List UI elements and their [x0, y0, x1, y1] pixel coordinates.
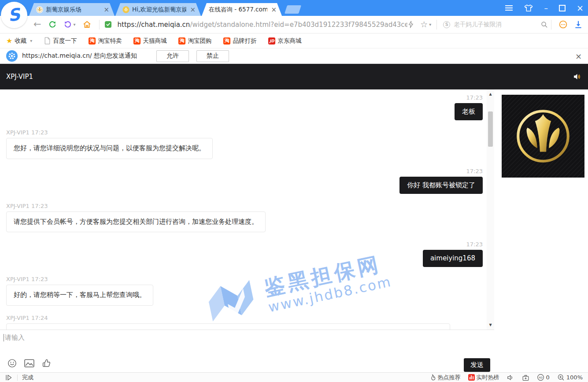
notification-bar: https://chat.meiqia.cn/ 想向您发送通知 允许 禁止 ×: [0, 48, 588, 64]
message-meta: XPJ-VIP1 17:23: [6, 276, 494, 282]
bookmark-taobao-sale[interactable]: 淘 淘宝特卖: [89, 37, 122, 45]
message-input[interactable]: 请输入: [4, 334, 25, 342]
bookmark-label: 淘宝特卖: [98, 37, 122, 45]
tab-welcome[interactable]: Hi,欢迎光临新葡京娱樂... ×: [115, 3, 201, 16]
thumbs-up-icon[interactable]: [41, 358, 52, 368]
zoom-control[interactable]: 100%: [557, 374, 583, 381]
message-group: 17:23 aimeiying168: [0, 241, 494, 267]
url-path: /widget/standalone.html?eid=e7b403d19122…: [190, 21, 407, 29]
window-controls: – ×: [505, 0, 584, 16]
new-tab-button[interactable]: [285, 5, 301, 14]
bookmark-label: 天猫商城: [143, 37, 166, 45]
ad-block-icon: AD: [537, 374, 544, 381]
bookmark-baidu[interactable]: 百度一下: [44, 37, 77, 45]
sogou-search-icon: S: [443, 21, 450, 28]
agent-bubble: 请您提供下会员帐号，方便客服为您提交相关部门进行咨询，加速您业务处理速度。: [6, 211, 266, 232]
message-list: 17:23 老板 XPJ-VIP1 17:23 您好，请您详细说明您的状况与问题…: [0, 94, 494, 330]
bookmark-brand-discount[interactable]: 淘 品牌打折: [223, 37, 256, 45]
scrollbar-thumb[interactable]: [488, 111, 493, 147]
tab-title: 在线咨询 - 6577.com: [209, 6, 267, 14]
chat-scrollbar[interactable]: ▲ ▼: [487, 89, 494, 330]
emoji-icon[interactable]: [7, 358, 17, 368]
send-button[interactable]: 发送: [464, 358, 490, 372]
security-shield-icon[interactable]: [104, 20, 112, 29]
tab-online-chat-active[interactable]: 在线咨询 - 6577.com ×: [202, 3, 282, 16]
tab-close-icon[interactable]: ×: [189, 6, 196, 14]
bookmark-dropdown-icon[interactable]: ▾: [429, 22, 431, 27]
text-caret: [4, 334, 4, 341]
agent-name: XPJ-VIP1: [6, 73, 33, 81]
browser-logo-letter: S: [7, 6, 21, 24]
url-host: https://chat.meiqia.cn: [118, 21, 190, 29]
page-icon: [44, 37, 51, 45]
bookmark-tmall[interactable]: 淘 天猫商城: [133, 37, 166, 45]
image-upload-icon[interactable]: [24, 358, 35, 368]
bookmark-jd[interactable]: JD 京东商城: [268, 37, 301, 45]
tab-title: 新葡京娱乐场: [46, 6, 100, 14]
favorites-label: 收藏: [15, 37, 26, 45]
bookmark-star-icon[interactable]: ☆ ▾: [420, 20, 431, 29]
address-bar: ← ▾ https://chat.meiqia.cn/widget/standa…: [0, 16, 588, 33]
undo-icon[interactable]: ▾: [63, 20, 76, 29]
status-bar: 完成 热点推荐 实时热榜 AD 0: [0, 372, 588, 382]
zoom-plus-icon: [557, 374, 565, 381]
message-meta: XPJ-VIP1 17:23: [6, 129, 494, 136]
url-field[interactable]: https://chat.meiqia.cn/widget/standalone…: [118, 21, 408, 29]
notification-close-icon[interactable]: ×: [575, 52, 582, 61]
message-group: 17:23 老板: [0, 94, 494, 120]
favorites-menu[interactable]: ★ 收藏 ▾: [6, 37, 32, 45]
hot-rank-button[interactable]: 实时热榜: [468, 374, 499, 382]
back-icon[interactable]: ←: [33, 20, 41, 29]
tab-close-icon[interactable]: ×: [270, 6, 277, 14]
scroll-up-icon[interactable]: ▲: [487, 92, 494, 96]
bookmark-label: 淘宝团购: [188, 37, 211, 45]
bookmarks-bar: ★ 收藏 ▾ 百度一下 淘 淘宝特卖 淘 天猫商城 淘 淘宝团购 淘 品牌打折 …: [0, 33, 588, 48]
right-panel: [494, 89, 588, 372]
hot-recommend-button[interactable]: 热点推荐: [429, 374, 461, 382]
svg-text:AD: AD: [539, 376, 543, 379]
browser-tab-bar: S 新葡京娱乐场 × Hi,欢迎光临新葡京娱樂... × 在线咨询 - 6577…: [0, 0, 588, 16]
message-meta: XPJ-VIP1 17:23: [6, 203, 494, 209]
message-group: 17:23 你好 我都账号被锁定了: [0, 168, 494, 194]
flame-icon: [429, 374, 436, 381]
message-time: 17:23: [0, 94, 483, 101]
ad-blocker-button[interactable]: AD 0: [537, 374, 550, 381]
close-window-icon[interactable]: ×: [577, 4, 584, 12]
lightning-icon[interactable]: [407, 20, 415, 29]
deny-button[interactable]: 禁止: [196, 50, 229, 62]
taobao-icon: 淘: [133, 37, 141, 45]
home-icon[interactable]: [82, 20, 92, 29]
chat-message-area: 鉴黑担保网 www.jhdb8.com 17:23 老板 XPJ-VIP1 17…: [0, 89, 494, 330]
bookmark-label: 品牌打折: [233, 37, 256, 45]
maximize-icon[interactable]: [559, 5, 566, 11]
skin-theme-icon[interactable]: [524, 4, 533, 12]
input-placeholder: 请输入: [5, 334, 25, 342]
page-load-icon: [5, 374, 13, 381]
message-meta: XPJ-VIP1 17:24: [6, 315, 494, 321]
gear-icon: [6, 50, 18, 62]
browser-logo-icon[interactable]: S: [1, 2, 27, 28]
hot-rank-icon: [468, 374, 475, 381]
tab-close-icon[interactable]: ×: [103, 6, 110, 14]
search-input[interactable]: S 老干妈儿子被限消: [443, 21, 548, 29]
zoom-level: 100%: [566, 374, 583, 381]
menu-icon[interactable]: [505, 5, 513, 11]
sound-button[interactable]: [507, 374, 514, 381]
chat-input-area[interactable]: 请输入 发送: [0, 330, 494, 372]
taobao-icon: 淘: [223, 37, 230, 45]
bookmark-taobao-group[interactable]: 淘 淘宝团购: [178, 37, 211, 45]
undo-dropdown-icon[interactable]: ▾: [74, 22, 76, 27]
download-icon[interactable]: [574, 20, 583, 29]
message-group: XPJ-VIP1 17:24 您好，经相关部门反馈，我司风控系统近期稽核到您的账…: [0, 315, 494, 330]
refresh-icon[interactable]: [48, 20, 57, 29]
allow-button[interactable]: 允许: [156, 50, 189, 62]
more-options-icon[interactable]: [558, 20, 568, 29]
sound-toggle-icon[interactable]: [573, 72, 582, 81]
minimize-icon[interactable]: –: [544, 4, 548, 12]
tab-xinpujing[interactable]: 新葡京娱乐场 ×: [29, 3, 115, 16]
scroll-down-icon[interactable]: ▼: [487, 323, 494, 327]
toolbox-button[interactable]: [522, 374, 529, 381]
bookmark-label: 京东商城: [277, 37, 301, 45]
visitor-bubble: 老板: [455, 103, 483, 120]
search-icon[interactable]: [540, 21, 548, 29]
